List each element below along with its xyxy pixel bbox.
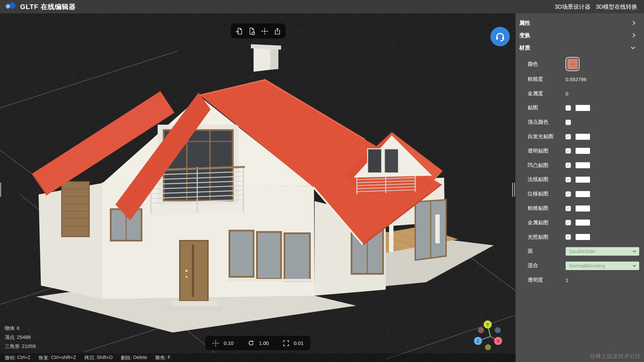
house-model xyxy=(0,13,516,362)
headset-icon[interactable] xyxy=(490,27,510,46)
svg-text:X: X xyxy=(497,339,499,344)
color-swatch[interactable] xyxy=(566,57,580,71)
shortcut-focus: 聚焦F xyxy=(155,355,171,361)
material-map-row: 位移贴图 xyxy=(519,187,644,201)
svg-text:Z: Z xyxy=(477,339,479,344)
shortcut-delete: 删除Delete xyxy=(121,355,147,361)
material-metalness-row: 金属度 0 xyxy=(519,86,644,101)
material-body: 颜色 粗糙度 0.552786 金属度 0 贴图 顶点颜色 xyxy=(519,56,644,287)
transform-snap-bar: 0.10 1.00 0.01 xyxy=(205,336,310,350)
material-map-row: 透明贴图 xyxy=(519,144,644,158)
texture-slot[interactable] xyxy=(576,191,590,197)
scene-stats: 物体6 顶点25488 三角形21059 xyxy=(5,325,38,352)
map-checkbox[interactable] xyxy=(566,220,571,225)
material-side-row: 面 DoubleSide xyxy=(519,244,644,259)
texture-slot[interactable] xyxy=(576,177,590,183)
top-nav: 3D场景设计器 3D模型在线转换 xyxy=(555,3,637,11)
move-icon xyxy=(212,340,219,347)
translate-snap-button[interactable]: 0.10 xyxy=(212,340,233,347)
texture-slot[interactable] xyxy=(576,148,590,154)
material-color-row: 颜色 xyxy=(519,56,644,72)
gltf-logo-icon xyxy=(5,1,17,12)
opacity-value[interactable]: 1 xyxy=(566,277,568,283)
left-edge-handle[interactable] xyxy=(0,183,1,197)
material-map-row: 顶点颜色 xyxy=(519,115,644,129)
map-checkbox[interactable] xyxy=(566,177,571,182)
chevron-down-icon xyxy=(571,62,574,65)
material-map-row: 贴图 xyxy=(519,101,644,115)
nav-scene-designer[interactable]: 3D场景设计器 xyxy=(555,3,591,11)
side-select[interactable]: DoubleSide xyxy=(566,247,639,256)
map-checkbox[interactable] xyxy=(566,105,571,111)
material-opacity-row: 透明度 1 xyxy=(519,273,644,287)
scale-snap-button[interactable]: 0.01 xyxy=(283,340,304,347)
stat-triangles: 三角形21059 xyxy=(5,343,38,350)
material-map-row: 自发光贴图 xyxy=(519,129,644,144)
top-bar: GLTF 在线编辑器 3D场景设计器 3D模型在线转换 xyxy=(0,0,644,13)
texture-slot[interactable] xyxy=(576,105,590,111)
material-map-row: 光照贴图 xyxy=(519,230,644,244)
panel-resizer-handle[interactable] xyxy=(512,183,515,197)
chevron-down-icon xyxy=(631,45,635,49)
map-checkbox[interactable] xyxy=(566,234,571,240)
rotate-icon xyxy=(248,340,255,347)
map-checkbox[interactable] xyxy=(566,191,571,197)
material-blending-row: 混合 NormalBlending xyxy=(519,258,644,273)
shortcut-copy: 拷贝Shift+D xyxy=(84,355,113,361)
axis-gizmo[interactable]: Y X Z xyxy=(474,319,507,353)
texture-slot[interactable] xyxy=(576,162,590,168)
export-icon[interactable] xyxy=(272,25,283,37)
app-title: GLTF 在线编辑器 xyxy=(20,2,76,11)
rotate-snap-button[interactable]: 1.00 xyxy=(248,340,269,347)
properties-panel: 属性 变换 材质 颜色 粗糙度 0.552786 金属度 0 xyxy=(516,13,644,362)
map-checkbox[interactable] xyxy=(566,163,571,168)
stat-objects: 物体6 xyxy=(5,325,38,331)
map-checkbox[interactable] xyxy=(566,206,571,211)
stat-vertices: 顶点25488 xyxy=(5,334,38,341)
chevron-right-icon xyxy=(631,33,635,38)
texture-slot[interactable] xyxy=(576,205,590,212)
chevron-right-icon xyxy=(631,21,635,25)
map-checkbox[interactable] xyxy=(566,134,571,139)
vertex-color-checkbox[interactable] xyxy=(566,120,571,125)
roughness-value[interactable]: 0.552786 xyxy=(566,76,587,82)
blending-select[interactable]: NormalBlending xyxy=(566,261,639,270)
section-transform[interactable]: 变换 xyxy=(519,29,644,42)
import-material-icon[interactable] xyxy=(246,25,258,37)
map-checkbox[interactable] xyxy=(566,148,571,154)
watermark: @稀土掘金技术社区 xyxy=(590,353,641,360)
material-map-row: 金属贴图 xyxy=(519,216,644,230)
material-map-row: 凹凸贴图 xyxy=(519,158,644,173)
section-attributes[interactable]: 属性 xyxy=(519,17,644,29)
texture-slot[interactable] xyxy=(576,220,590,226)
shortcut-undo: 撤销Ctrl+Z xyxy=(5,355,31,361)
import-model-icon[interactable] xyxy=(233,25,245,37)
nav-model-converter[interactable]: 3D模型在线转换 xyxy=(596,3,637,11)
shortcuts-bar: 撤销Ctrl+Z 恢复Ctrl+shift+Z 拷贝Shift+D 删除Dele… xyxy=(0,353,516,362)
texture-slot[interactable] xyxy=(576,234,590,240)
viewport-canvas[interactable]: 物体6 顶点25488 三角形21059 0.10 xyxy=(0,13,516,362)
material-map-row: 法线贴图 xyxy=(519,173,644,187)
material-map-row: 粗糙贴图 xyxy=(519,201,644,216)
focus-icon[interactable] xyxy=(259,25,270,37)
metalness-value[interactable]: 0 xyxy=(566,91,568,97)
shortcut-redo: 恢复Ctrl+shift+Z xyxy=(39,355,76,361)
viewport-toolbar xyxy=(231,23,286,39)
svg-text:Y: Y xyxy=(486,322,489,327)
scale-icon xyxy=(283,340,289,347)
section-material[interactable]: 材质 xyxy=(519,42,644,54)
material-roughness-row: 粗糙度 0.552786 xyxy=(519,72,644,86)
texture-slot[interactable] xyxy=(576,134,590,140)
